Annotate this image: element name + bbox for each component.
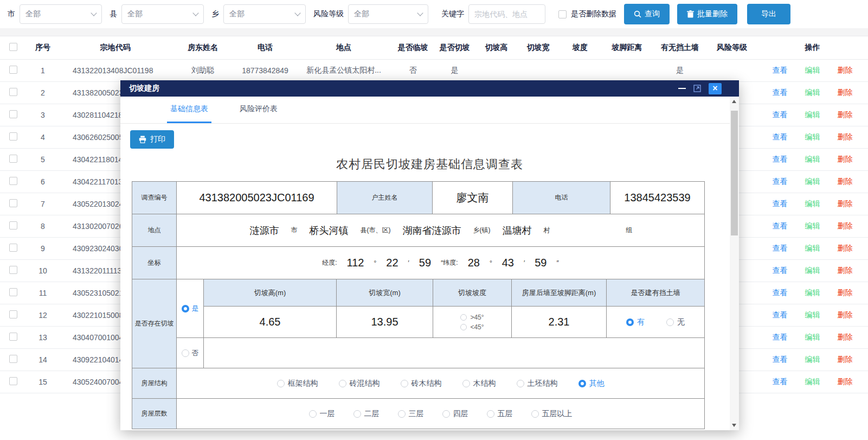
dialog-titlebar[interactable]: 切坡建房 × <box>120 80 739 97</box>
view-link[interactable]: 查看 <box>773 288 788 298</box>
view-link[interactable]: 查看 <box>773 66 788 75</box>
row-checkbox[interactable] <box>9 66 17 74</box>
scrollbar-thumb[interactable] <box>731 111 738 235</box>
delete-link[interactable]: 删除 <box>838 244 853 253</box>
edit-link[interactable]: 编辑 <box>805 88 820 98</box>
wall-no-option[interactable]: 无 <box>666 317 685 327</box>
delete-link[interactable]: 删除 <box>838 199 853 209</box>
delete-link[interactable]: 删除 <box>838 177 853 187</box>
view-link[interactable]: 查看 <box>773 355 788 365</box>
view-link[interactable]: 查看 <box>773 155 788 164</box>
row-checkbox[interactable] <box>9 155 17 163</box>
edit-link[interactable]: 编辑 <box>805 110 820 120</box>
edit-link[interactable]: 编辑 <box>805 377 820 387</box>
edit-link[interactable]: 编辑 <box>805 266 820 276</box>
export-button[interactable]: 导出 <box>747 4 790 24</box>
delete-link[interactable]: 删除 <box>838 110 853 120</box>
edit-link[interactable]: 编辑 <box>805 199 820 209</box>
edit-link[interactable]: 编辑 <box>805 66 820 75</box>
maximize-icon[interactable] <box>693 85 701 92</box>
edit-link[interactable]: 编辑 <box>805 333 820 342</box>
floors-option-2[interactable]: 二层 <box>353 409 380 419</box>
row-checkbox[interactable] <box>9 288 17 296</box>
structure-option-other[interactable]: 其他 <box>578 379 605 388</box>
view-link[interactable]: 查看 <box>773 177 788 187</box>
query-button[interactable]: 查询 <box>624 4 670 24</box>
delete-link[interactable]: 删除 <box>838 377 853 387</box>
delete-link[interactable]: 删除 <box>838 266 853 276</box>
view-link[interactable]: 查看 <box>773 199 788 209</box>
row-checkbox[interactable] <box>9 132 17 141</box>
scroll-down-icon[interactable] <box>732 424 736 427</box>
wall-yes-option[interactable]: 有 <box>626 317 645 327</box>
row-checkbox[interactable] <box>9 221 17 229</box>
deleted-data-checkbox[interactable] <box>558 10 567 18</box>
structure-option-brick-concrete[interactable]: 砖混结构 <box>339 379 380 388</box>
tab-risk-evaluation[interactable]: 风险评价表 <box>236 97 281 123</box>
edit-link[interactable]: 编辑 <box>805 132 820 142</box>
edit-link[interactable]: 编辑 <box>805 355 820 365</box>
view-link[interactable]: 查看 <box>773 221 788 231</box>
edit-link[interactable]: 编辑 <box>805 155 820 164</box>
row-checkbox[interactable] <box>9 377 17 385</box>
structure-option-frame[interactable]: 框架结构 <box>277 379 318 388</box>
city-select[interactable]: 全部 <box>20 4 102 24</box>
delete-link[interactable]: 删除 <box>838 310 853 320</box>
angle-lt45-option[interactable]: <45° <box>460 323 484 331</box>
keyword-input[interactable] <box>468 4 545 24</box>
delete-link[interactable]: 删除 <box>838 155 853 164</box>
structure-option-brick-wood[interactable]: 砖木结构 <box>401 379 442 388</box>
structure-option-adobe[interactable]: 土坯结构 <box>517 379 558 388</box>
delete-link[interactable]: 删除 <box>838 333 853 342</box>
view-link[interactable]: 查看 <box>773 377 788 387</box>
edit-link[interactable]: 编辑 <box>805 221 820 231</box>
angle-gt45-option[interactable]: >45° <box>460 314 484 321</box>
structure-option-wood[interactable]: 木结构 <box>462 379 496 388</box>
floors-option-5plus[interactable]: 五层以上 <box>531 409 573 419</box>
delete-link[interactable]: 删除 <box>838 288 853 298</box>
floors-option-3[interactable]: 三层 <box>398 409 424 419</box>
view-link[interactable]: 查看 <box>773 110 788 120</box>
view-link[interactable]: 查看 <box>773 88 788 98</box>
row-checkbox[interactable] <box>9 266 17 274</box>
floors-option-1[interactable]: 一层 <box>309 409 335 419</box>
view-link[interactable]: 查看 <box>773 333 788 342</box>
row-checkbox[interactable] <box>9 177 17 185</box>
close-icon[interactable]: × <box>709 83 722 94</box>
batch-delete-button[interactable]: 批量删除 <box>677 4 737 24</box>
edit-link[interactable]: 编辑 <box>805 177 820 187</box>
county-select[interactable]: 全部 <box>121 4 204 24</box>
township-select[interactable]: 全部 <box>223 4 306 24</box>
risk-level-select-value: 全部 <box>354 9 369 19</box>
select-all-checkbox[interactable] <box>9 43 17 51</box>
row-checkbox[interactable] <box>9 355 17 363</box>
delete-link[interactable]: 删除 <box>838 132 853 142</box>
row-checkbox[interactable] <box>9 110 17 118</box>
view-link[interactable]: 查看 <box>773 244 788 253</box>
print-button[interactable]: 打印 <box>130 130 174 149</box>
row-checkbox[interactable] <box>9 310 17 318</box>
delete-link[interactable]: 删除 <box>838 66 853 75</box>
minimize-icon[interactable] <box>678 88 686 89</box>
tab-basic-info[interactable]: 基础信息表 <box>167 97 211 123</box>
risk-level-select[interactable]: 全部 <box>348 4 428 24</box>
delete-link[interactable]: 删除 <box>838 88 853 98</box>
slope-yes-option[interactable]: 是 <box>177 279 204 337</box>
view-link[interactable]: 查看 <box>773 310 788 320</box>
edit-link[interactable]: 编辑 <box>805 244 820 253</box>
row-checkbox[interactable] <box>9 333 17 341</box>
row-checkbox[interactable] <box>9 244 17 252</box>
edit-link[interactable]: 编辑 <box>805 288 820 298</box>
delete-link[interactable]: 删除 <box>838 221 853 231</box>
delete-link[interactable]: 删除 <box>838 355 853 365</box>
floors-option-5[interactable]: 五层 <box>487 409 513 419</box>
scroll-up-icon[interactable] <box>732 100 736 103</box>
dialog-scrollbar[interactable] <box>730 97 739 430</box>
row-checkbox[interactable] <box>9 199 17 207</box>
floors-option-4[interactable]: 四层 <box>442 409 468 419</box>
view-link[interactable]: 查看 <box>773 266 788 276</box>
edit-link[interactable]: 编辑 <box>805 310 820 320</box>
view-link[interactable]: 查看 <box>773 132 788 142</box>
slope-no-option[interactable]: 否 <box>177 338 204 368</box>
row-checkbox[interactable] <box>9 88 17 96</box>
